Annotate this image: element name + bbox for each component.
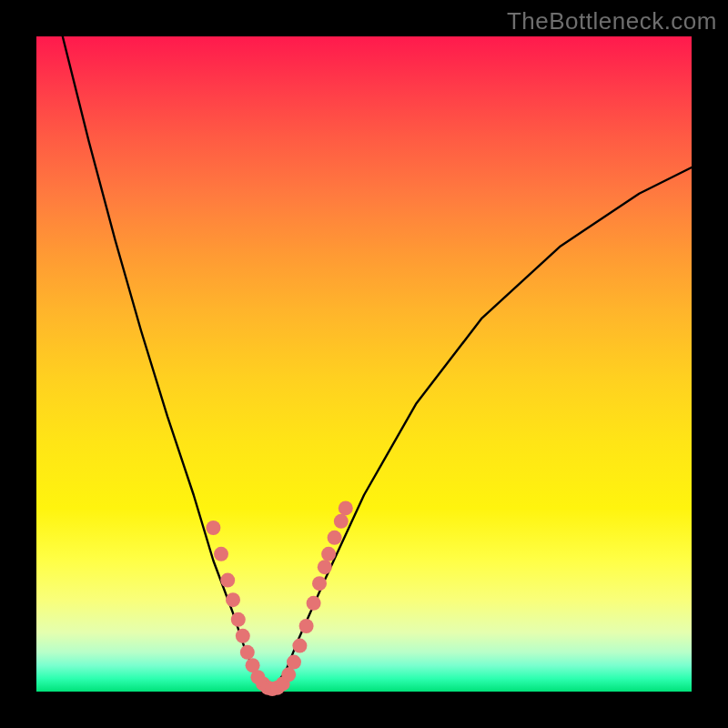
marker-dot (206, 521, 220, 535)
marker-dot (287, 655, 301, 670)
marker-dot (318, 560, 332, 574)
marker-dot (240, 645, 255, 660)
marker-layer (206, 500, 352, 696)
marker-dot (281, 667, 296, 682)
marker-dot (214, 547, 228, 561)
marker-dot (236, 629, 250, 643)
chart-svg (0, 0, 728, 728)
marker-dot (220, 573, 235, 588)
marker-dot (334, 514, 349, 529)
marker-dot (292, 639, 307, 653)
marker-dot (321, 547, 336, 561)
marker-dot (307, 596, 321, 611)
marker-dot (226, 592, 240, 607)
marker-dot (299, 619, 314, 633)
marker-dot (339, 500, 353, 515)
curve-line (63, 36, 692, 692)
marker-dot (328, 531, 342, 545)
watermark-text: TheBottleneck.com (507, 7, 717, 35)
curve-layer (63, 36, 692, 692)
marker-dot (312, 576, 327, 591)
marker-dot (231, 612, 246, 627)
